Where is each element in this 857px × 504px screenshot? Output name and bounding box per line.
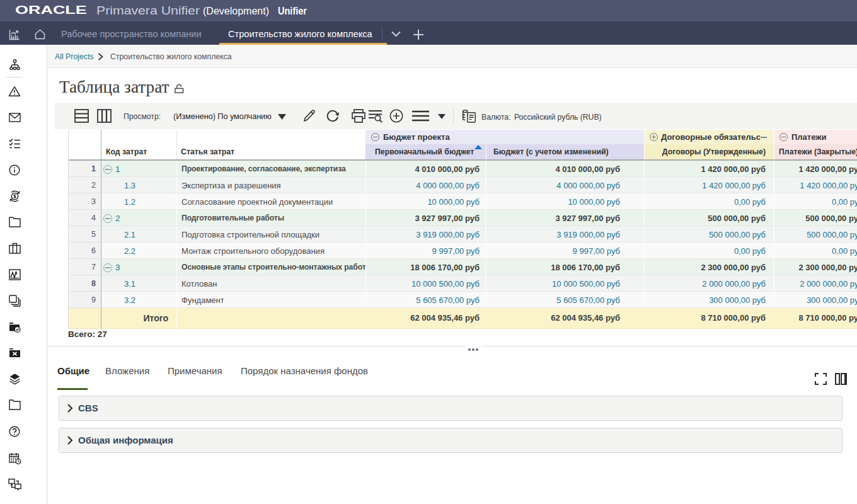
svg-text:Primavera Unifier: Primavera Unifier: [96, 4, 200, 17]
svg-text:Unifier: Unifier: [278, 5, 308, 16]
svg-text:ORACLE: ORACLE: [15, 4, 87, 16]
svg-text:(Development): (Development): [203, 5, 269, 17]
